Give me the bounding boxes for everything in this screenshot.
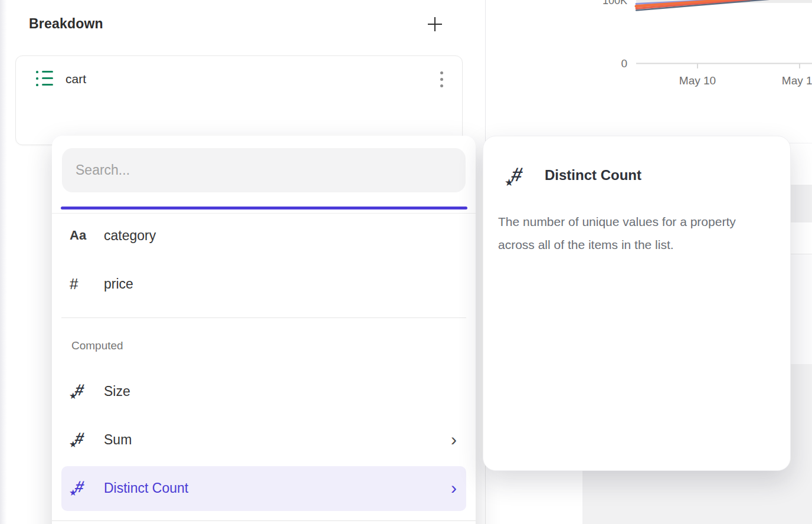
dropdown-item-label: Size	[104, 384, 130, 399]
dropdown-item-size[interactable]: #★ Size	[52, 367, 476, 415]
tooltip-title: Distinct Count	[545, 167, 641, 184]
chevron-right-icon: ›	[451, 431, 457, 448]
line-chart	[486, 0, 812, 89]
distinct-count-tooltip: #★ Distinct Count The number of unique v…	[483, 136, 791, 471]
more-options-icon[interactable]	[432, 69, 451, 91]
dropdown-item-sum[interactable]: #★ Sum ›	[52, 415, 476, 464]
computed-section-label: Computed	[71, 339, 123, 352]
y-axis-tick-0: 0	[580, 57, 627, 70]
chevron-right-icon: ›	[451, 479, 457, 497]
x-axis-tick-may17: May 17	[775, 74, 812, 87]
list-property-name: cart	[66, 72, 86, 86]
list-property-icon	[36, 71, 54, 87]
app-page: 100K 0 May 10 May 17 Breakdown cart Aa b…	[0, 0, 812, 524]
add-breakdown-button plus-icon[interactable]	[427, 16, 443, 32]
breakdown-card: cart Aa brand	[15, 55, 463, 145]
y-axis-tick-100k: 100K	[580, 0, 627, 7]
property-dropdown: Aa category # price Computed #★ Size #★ …	[52, 136, 476, 524]
dropdown-item-distinct-count[interactable]: #★ Distinct Count ›	[52, 464, 476, 512]
dropdown-item-label: price	[104, 276, 133, 292]
dropdown-item-label: Sum	[104, 432, 132, 448]
dropdown-item-label: Distinct Count	[104, 480, 188, 496]
tooltip-description: The number of unique values for a proper…	[498, 210, 773, 256]
computed-number-icon: #★	[70, 476, 93, 500]
dropdown-divider	[61, 317, 466, 318]
breakdown-title: Breakdown	[29, 16, 103, 32]
search-input[interactable]	[62, 148, 466, 192]
page-left-shadow	[0, 0, 7, 524]
dropdown-item-price[interactable]: # price	[52, 260, 476, 308]
computed-number-icon: #★	[505, 161, 534, 191]
text-type-icon: Aa	[70, 228, 86, 243]
number-type-icon: #	[70, 275, 78, 293]
dropdown-bottom-divider	[52, 520, 476, 521]
dropdown-item-label: category	[104, 228, 156, 244]
dropdown-item-category[interactable]: Aa category	[52, 211, 476, 260]
selected-item-scroll-indicator	[61, 207, 467, 209]
computed-number-icon: #★	[70, 379, 93, 403]
x-axis-tick-may10: May 10	[672, 74, 723, 87]
computed-number-icon: #★	[70, 428, 93, 451]
